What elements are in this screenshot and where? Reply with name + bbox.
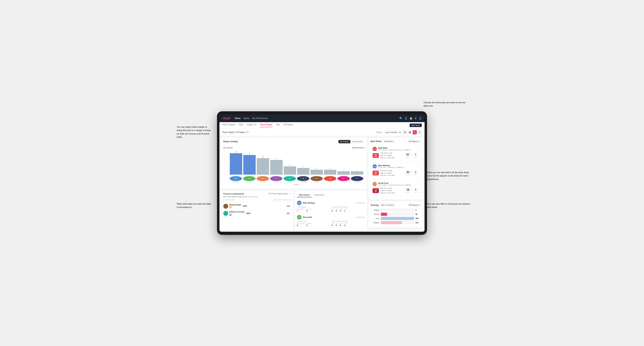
shot-metric2-matt: 0 yds bbox=[412, 152, 419, 159]
avatar-e-ebert[interactable]: EE bbox=[284, 176, 296, 181]
view-grid-small-icon[interactable]: ▦ bbox=[408, 130, 412, 134]
top-nav: clippd Home Teams My Performance 🔍 👤 🔔 ⊕… bbox=[220, 114, 424, 122]
all-shots-filter[interactable]: All Shots ▾ bbox=[383, 140, 395, 143]
shot-chevron-david: › bbox=[418, 183, 419, 185]
time-select[interactable]: Last 3 months Last 6 months Last year bbox=[383, 131, 402, 134]
bar-g-billingham: 4 bbox=[297, 168, 310, 174]
bar-e-crossman: 2 bbox=[338, 171, 350, 174]
avatar-j-coles[interactable]: JC bbox=[270, 176, 282, 181]
scoring-title: Scoring bbox=[371, 204, 378, 206]
toggle-on-course[interactable]: On Course bbox=[338, 140, 350, 143]
shot-badge-matt: 200SG bbox=[372, 153, 379, 158]
avatar-l-robertson[interactable]: LR bbox=[351, 176, 363, 181]
avatar-g-billingham[interactable]: GB bbox=[297, 176, 310, 181]
shot-card-header-matt: MM Matt Miller 09 Jun 2023 · Royal North… bbox=[372, 147, 419, 151]
bar-r-britt: 12 bbox=[243, 155, 256, 174]
shot-badge-david: 198SG bbox=[372, 188, 379, 193]
player-name-labels: B. McHarg R. Britt D. Ford J. Coles E. E… bbox=[228, 181, 365, 183]
avatar-r-butler[interactable]: RB bbox=[310, 176, 323, 181]
all-players-filter[interactable]: All Players ▾ bbox=[408, 140, 421, 143]
view-settings-icon[interactable]: ≡ bbox=[418, 130, 422, 134]
activity-player-header-blair: BM Blair McHarg 26 Aug 2023 bbox=[297, 201, 365, 205]
nav-link-teams[interactable]: Teams bbox=[243, 116, 249, 120]
annotation-filter: Filter what data you wish the table to b… bbox=[177, 202, 212, 209]
shot-metric1-matt: 67 yds bbox=[405, 152, 411, 159]
player-activity-card: Player Activity On Course Practice Drill… bbox=[221, 138, 367, 189]
bell-icon[interactable]: 🔔 bbox=[410, 117, 412, 120]
scoring-bar-pars: Pars 499 bbox=[371, 217, 421, 220]
team-header: Team Clippd | 14 Players ✏️ Show: Last 3… bbox=[220, 129, 424, 136]
best-shots-title: Best Shots bbox=[371, 140, 382, 143]
shot-badge-blair: 200SG bbox=[372, 171, 379, 175]
tab-tour[interactable]: Tour bbox=[276, 123, 280, 127]
view-icons: ⊞ ▦ ♥ ≡ bbox=[403, 130, 422, 134]
activity-avatar-blair: BM bbox=[297, 201, 302, 205]
edit-icon[interactable]: ✏️ bbox=[246, 131, 249, 133]
lb-filter[interactable]: PUTT Must Make Putting ... ▾ bbox=[268, 193, 291, 195]
shot-card-matt-miller[interactable]: MM Matt Miller 09 Jun 2023 · Royal North… bbox=[371, 145, 421, 161]
avatar-matt-miller: MM bbox=[372, 147, 377, 151]
lb-columns: PLAYER NAME PB SCORE PB AVG SQ bbox=[223, 199, 291, 202]
shot-card-david-ford[interactable]: DF David Ford 24 Aug 2023 · Royal North … bbox=[371, 180, 421, 196]
shot-metric2-david: 0 yds bbox=[412, 187, 419, 194]
rank-badge-1: 1 bbox=[229, 206, 232, 208]
nav-link-myperformance[interactable]: My Performance bbox=[252, 116, 268, 120]
add-team-area: Add Team bbox=[410, 124, 422, 127]
bar-group-l-robertson: 2 bbox=[351, 171, 363, 174]
bar-group-m-miller: 3 bbox=[324, 170, 336, 174]
tab-all-players[interactable]: All Players bbox=[283, 123, 293, 127]
add-circle-icon[interactable]: ⊕ bbox=[414, 117, 417, 120]
shot-stats-matt: 200SG Shot Dist: 67 yds Start Lie: Rough… bbox=[372, 152, 419, 159]
scoring-players-filter[interactable]: All Players ▾ bbox=[408, 203, 421, 207]
view-heart-icon[interactable]: ♥ bbox=[413, 130, 417, 134]
avatar-e-crossman[interactable]: EC bbox=[338, 176, 350, 181]
nav-link-home[interactable]: Home bbox=[235, 116, 240, 120]
shot-chevron-matt: › bbox=[418, 148, 419, 150]
avatar-r-britt[interactable]: RB bbox=[243, 176, 256, 181]
people-icon[interactable]: 👤 bbox=[404, 117, 408, 120]
bar-chart: 13 12 bbox=[228, 150, 365, 175]
bar-group-r-butler: 3 bbox=[310, 170, 323, 174]
bar-l-robertson: 2 bbox=[351, 171, 363, 174]
account-icon[interactable]: 👤 bbox=[419, 117, 422, 120]
annotation-players: You can select which player is doing the… bbox=[177, 125, 212, 139]
rank-badge-2: 2 bbox=[229, 213, 232, 216]
activity-toggle-group: On Course Practice Drills bbox=[338, 140, 365, 144]
avatar-d-ford[interactable]: DF bbox=[256, 176, 269, 181]
most-active-card: Most Active Least Active BM Blair McHarg bbox=[295, 191, 367, 230]
activity-row-blair: BM Blair McHarg 26 Aug 2023 Total Rounds bbox=[297, 199, 365, 213]
lb-row-1[interactable]: Richard Butler 1 19/20 110 bbox=[223, 203, 291, 210]
avatar-b-mcharg[interactable]: BM bbox=[230, 176, 242, 181]
y-axis-labels: 0 5 10 15 bbox=[223, 150, 225, 182]
shot-metric1-david: 16 yds bbox=[405, 187, 411, 194]
shot-card-blair-mcharg[interactable]: BM Blair McHarg 23 Jul 2023 · Ashridge G… bbox=[371, 162, 421, 178]
shot-stats-david: 198SG Shot Dist: 16 yds Start Lie: Rough… bbox=[372, 187, 419, 194]
search-icon[interactable]: 🔍 bbox=[399, 117, 402, 120]
activity-toggle: Most Active Least Active bbox=[297, 193, 365, 197]
tab-team-clippd[interactable]: Team Clippd bbox=[260, 123, 272, 127]
scoring-par-filter[interactable]: Par 3, 4 & 5s ▾ bbox=[380, 203, 395, 207]
bar-m-miller: 3 bbox=[324, 170, 336, 174]
page-wrapper: Choose the timescale you wish to see the… bbox=[217, 111, 427, 235]
total-rounds-select[interactable]: Total Rounds ▾ bbox=[352, 147, 365, 149]
avatar-m-miller[interactable]: MM bbox=[324, 176, 336, 181]
tab-pga[interactable]: PGA bbox=[239, 123, 243, 127]
toggle-practice-drills[interactable]: Practice Drills bbox=[350, 140, 364, 143]
tab-most-active[interactable]: Most Active bbox=[297, 193, 312, 197]
lb-subtitle: PUTT Must Make Putting (3-6 ft), Last 3 … bbox=[223, 196, 291, 198]
chart-wrapper: 0 5 10 15 13 bbox=[223, 150, 365, 185]
view-grid-large-icon[interactable]: ⊞ bbox=[403, 130, 407, 134]
bar-group-e-ebert: 5 bbox=[284, 166, 296, 174]
activity-stats-blair: Total Rounds Tournament 7 Practice bbox=[297, 206, 365, 212]
tab-least-active[interactable]: Least Active bbox=[312, 193, 326, 197]
lb-row-2[interactable]: Edward Crossman 2 18/20 107 bbox=[223, 210, 291, 217]
add-team-button[interactable]: Add Team bbox=[410, 124, 422, 127]
bar-group-g-billingham: 4 bbox=[297, 168, 310, 174]
tab-pgat-players[interactable]: PGAT Players bbox=[222, 123, 235, 127]
main-content: Player Activity On Course Practice Drill… bbox=[220, 136, 424, 232]
tablet-frame: clippd Home Teams My Performance 🔍 👤 🔔 ⊕… bbox=[217, 111, 427, 235]
left-panel: Player Activity On Course Practice Drill… bbox=[220, 136, 368, 232]
tab-hcaps[interactable]: Hcaps 1-5 bbox=[247, 123, 256, 127]
best-shots-header: Best Shots All Shots ▾ All Players ▾ bbox=[371, 140, 421, 143]
shot-details-david: Shot Dist: 16 yds Start Lie: Rough End L… bbox=[380, 187, 404, 194]
